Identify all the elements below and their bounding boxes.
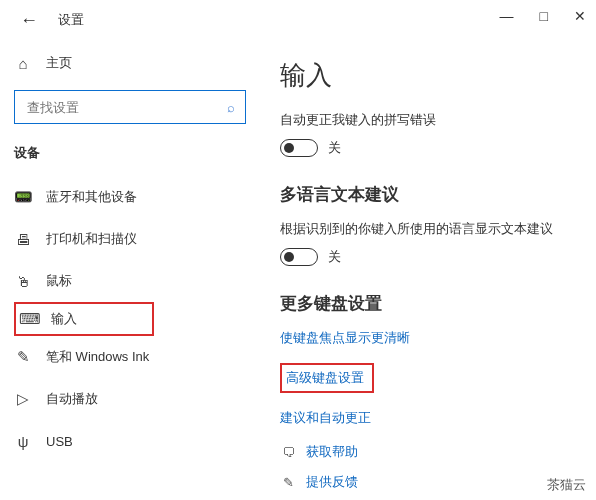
back-icon[interactable]: ←: [16, 6, 42, 35]
get-help-link[interactable]: 🗨 获取帮助: [280, 443, 596, 461]
spellcheck-state: 关: [328, 139, 341, 157]
page-title: 输入: [280, 58, 596, 93]
sidebar-item-printers[interactable]: 🖶 打印机和扫描仪: [14, 218, 252, 260]
bluetooth-icon: 📟: [14, 188, 32, 206]
close-button[interactable]: ✕: [574, 8, 586, 24]
content-panel: 输入 自动更正我键入的拼写错误 关 多语言文本建议 根据识别到的你键入所使用的语…: [260, 40, 596, 500]
keyboard-icon: ⌨: [19, 310, 37, 328]
multilang-label: 根据识别到的你键入所使用的语言显示文本建议: [280, 220, 596, 238]
sidebar-item-label: 鼠标: [46, 272, 72, 290]
sidebar-item-label: 输入: [51, 310, 77, 328]
sidebar-item-home[interactable]: ⌂ 主页: [14, 44, 252, 82]
section-label-devices: 设备: [14, 144, 252, 162]
sidebar-item-label: 打印机和扫描仪: [46, 230, 137, 248]
maximize-button[interactable]: □: [540, 8, 548, 24]
usb-icon: ψ: [14, 433, 32, 450]
multilang-state: 关: [328, 248, 341, 266]
sidebar-item-label: 笔和 Windows Ink: [46, 348, 149, 366]
search-input[interactable]: [25, 99, 227, 116]
search-box[interactable]: ⌕: [14, 90, 246, 124]
sidebar-item-usb[interactable]: ψ USB: [14, 420, 252, 462]
sidebar-item-typing[interactable]: ⌨ 输入: [14, 302, 154, 336]
watermark: 茶猫云: [547, 476, 586, 494]
minimize-button[interactable]: —: [500, 8, 514, 24]
sidebar-item-label: 自动播放: [46, 390, 98, 408]
sidebar: ⌂ 主页 ⌕ 设备 📟 蓝牙和其他设备 🖶 打印机和扫描仪 🖱 鼠标 ⌨ 输入 …: [0, 40, 260, 500]
home-icon: ⌂: [14, 55, 32, 72]
feedback-icon: ✎: [280, 475, 296, 490]
help-icon: 🗨: [280, 445, 296, 460]
window-title: 设置: [58, 11, 84, 29]
window-controls: — □ ✕: [500, 8, 586, 24]
more-keyboard-heading: 更多键盘设置: [280, 292, 596, 315]
sidebar-item-label: 蓝牙和其他设备: [46, 188, 137, 206]
sidebar-item-label: USB: [46, 434, 73, 449]
spellcheck-toggle[interactable]: [280, 139, 318, 157]
feedback-label: 提供反馈: [306, 473, 358, 491]
home-label: 主页: [46, 54, 72, 72]
multilang-toggle[interactable]: [280, 248, 318, 266]
advanced-keyboard-link[interactable]: 高级键盘设置: [280, 363, 374, 393]
suggestions-link[interactable]: 建议和自动更正: [280, 409, 596, 427]
mouse-icon: 🖱: [14, 273, 32, 290]
sidebar-item-pen[interactable]: ✎ 笔和 Windows Ink: [14, 336, 252, 378]
sidebar-item-mouse[interactable]: 🖱 鼠标: [14, 260, 252, 302]
autoplay-icon: ▷: [14, 390, 32, 408]
sidebar-item-autoplay[interactable]: ▷ 自动播放: [14, 378, 252, 420]
printer-icon: 🖶: [14, 231, 32, 248]
sidebar-item-bluetooth[interactable]: 📟 蓝牙和其他设备: [14, 176, 252, 218]
help-label: 获取帮助: [306, 443, 358, 461]
spellcheck-label: 自动更正我键入的拼写错误: [280, 111, 596, 129]
focus-display-link[interactable]: 使键盘焦点显示更清晰: [280, 329, 596, 347]
pen-icon: ✎: [14, 348, 32, 366]
multilang-heading: 多语言文本建议: [280, 183, 596, 206]
search-icon[interactable]: ⌕: [227, 100, 235, 115]
